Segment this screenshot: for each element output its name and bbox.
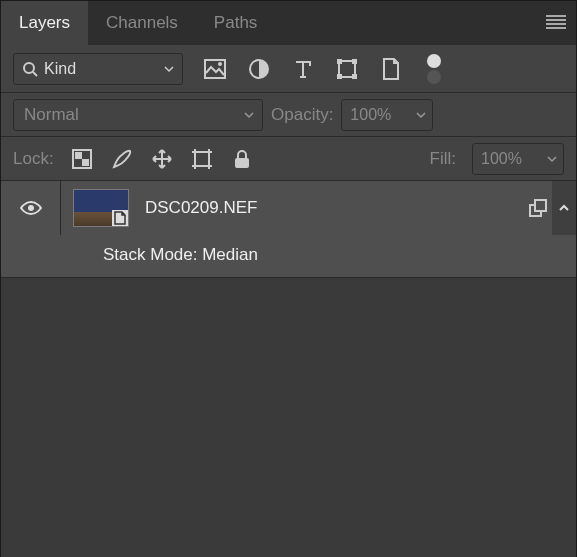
- filter-toggle[interactable]: [427, 54, 441, 84]
- svg-rect-18: [235, 158, 249, 168]
- filter-smartobject-icon[interactable]: [379, 57, 403, 81]
- layer-row[interactable]: DSC0209.NEF Stack Mode: Median: [1, 181, 576, 278]
- filter-adjustment-icon[interactable]: [247, 57, 271, 81]
- fill-input[interactable]: 100%: [472, 143, 564, 175]
- svg-rect-13: [195, 152, 209, 166]
- svg-rect-6: [337, 59, 342, 64]
- blend-mode-select[interactable]: Normal: [13, 99, 263, 131]
- layer-name-label: DSC0209.NEF: [145, 198, 524, 218]
- chevron-down-icon: [416, 110, 426, 120]
- lock-row: Lock: Fill: 100%: [1, 137, 576, 181]
- layer-stack-mode-label: Stack Mode: Median: [1, 235, 576, 277]
- tab-channels[interactable]: Channels: [88, 1, 196, 45]
- chevron-down-icon: [164, 64, 174, 74]
- lock-pixels-icon[interactable]: [110, 147, 134, 171]
- svg-point-19: [28, 205, 34, 211]
- blend-mode-value: Normal: [24, 105, 79, 125]
- eye-icon: [20, 200, 42, 216]
- filter-kind-select[interactable]: Kind: [13, 53, 183, 85]
- svg-rect-7: [352, 59, 357, 64]
- chevron-down-icon: [547, 154, 557, 164]
- layer-thumbnail[interactable]: [73, 189, 129, 227]
- svg-point-0: [24, 63, 34, 73]
- opacity-input[interactable]: 100%: [341, 99, 433, 131]
- layer-list: DSC0209.NEF Stack Mode: Median: [1, 181, 576, 557]
- opacity-value: 100%: [350, 106, 391, 124]
- tab-layers[interactable]: Layers: [1, 1, 88, 45]
- lock-all-icon[interactable]: [230, 147, 254, 171]
- lock-position-icon[interactable]: [150, 147, 174, 171]
- tab-bar: Layers Channels Paths: [1, 1, 576, 45]
- lock-artboard-icon[interactable]: [190, 147, 214, 171]
- visibility-toggle[interactable]: [1, 181, 61, 235]
- chevron-up-icon: [558, 202, 570, 214]
- smart-object-badge-icon: [112, 210, 128, 226]
- lock-label: Lock:: [13, 149, 54, 169]
- layers-panel: Layers Channels Paths Kind: [0, 0, 577, 557]
- filter-shape-icon[interactable]: [335, 57, 359, 81]
- collapse-toggle[interactable]: [552, 181, 576, 235]
- svg-rect-9: [352, 74, 357, 79]
- lock-transparency-icon[interactable]: [70, 147, 94, 171]
- filter-kind-label: Kind: [44, 60, 76, 78]
- chevron-down-icon: [244, 110, 254, 120]
- svg-rect-2: [205, 60, 225, 78]
- svg-rect-8: [337, 74, 342, 79]
- tab-paths[interactable]: Paths: [196, 1, 275, 45]
- svg-rect-22: [535, 200, 546, 211]
- panel-menu-icon[interactable]: [546, 13, 566, 29]
- fill-label: Fill:: [430, 149, 456, 169]
- svg-point-3: [218, 62, 222, 66]
- filter-pixel-icon[interactable]: [203, 57, 227, 81]
- fill-value: 100%: [481, 150, 522, 168]
- svg-line-1: [33, 72, 37, 76]
- svg-rect-11: [75, 152, 82, 159]
- filter-row: Kind: [1, 45, 576, 93]
- smart-object-stack-icon: [524, 198, 552, 218]
- blend-row: Normal Opacity: 100%: [1, 93, 576, 137]
- svg-rect-12: [82, 159, 89, 166]
- filter-type-icon[interactable]: [291, 57, 315, 81]
- search-icon: [22, 61, 38, 77]
- opacity-label: Opacity:: [271, 105, 333, 125]
